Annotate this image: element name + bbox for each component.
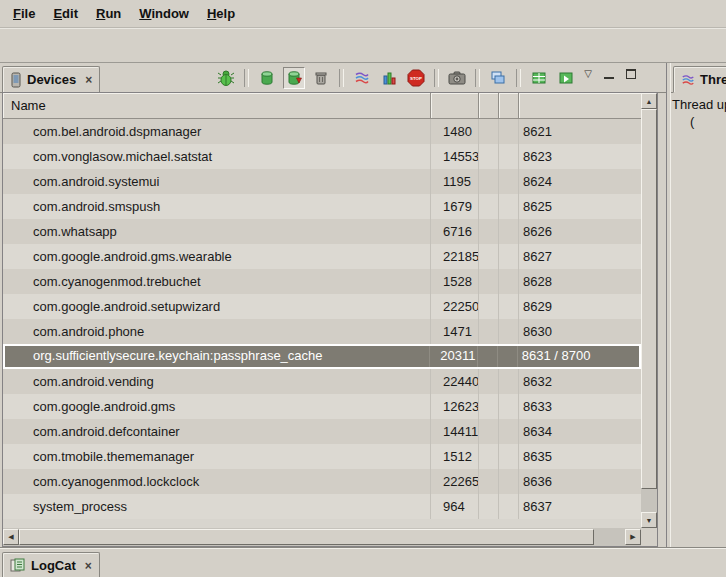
cell-port: 8629 xyxy=(519,294,641,319)
cell-pid: 12623 xyxy=(431,394,479,419)
cell-col4 xyxy=(499,294,519,319)
scroll-down-icon[interactable]: ▼ xyxy=(641,512,657,528)
devices-view: Devices × xyxy=(0,63,666,547)
column-header-name[interactable]: Name xyxy=(3,93,431,118)
cell-col4 xyxy=(498,346,518,367)
cell-name: com.google.android.gms xyxy=(3,394,431,419)
menu-item-help[interactable]: Help xyxy=(198,3,244,24)
cell-col3 xyxy=(479,244,499,269)
cell-col3 xyxy=(479,219,499,244)
tab-devices-label: Devices xyxy=(27,72,76,87)
scroll-up-icon[interactable]: ▲ xyxy=(641,93,657,109)
view-menu-icon[interactable]: ▽ xyxy=(584,69,592,79)
threads-tabbar: Threa xyxy=(671,63,726,93)
column-header-3[interactable] xyxy=(479,93,499,118)
table-row[interactable]: com.google.android.gms 12623 8633 xyxy=(3,394,641,419)
cell-pid: 14553 xyxy=(431,144,479,169)
table-row[interactable]: org.sufficientlysecure.keychain:passphra… xyxy=(3,344,641,369)
cell-col4 xyxy=(499,319,519,344)
cell-col3 xyxy=(479,319,499,344)
close-icon[interactable]: × xyxy=(85,74,92,86)
cell-port: 8623 xyxy=(519,144,641,169)
menu-item-file[interactable]: File xyxy=(4,3,44,24)
stop-process-icon[interactable]: STOP xyxy=(405,67,427,89)
table-row[interactable]: com.tmobile.thememanager 1512 8635 xyxy=(3,444,641,469)
tab-logcat[interactable]: LogCat × xyxy=(2,552,100,577)
vertical-scrollbar[interactable]: ▲ ▼ xyxy=(641,93,657,528)
toolbar-separator xyxy=(434,69,439,87)
cell-col3 xyxy=(479,419,499,444)
cell-port: 8635 xyxy=(519,444,641,469)
threads-icon xyxy=(681,73,695,87)
tab-devices[interactable]: Devices × xyxy=(2,66,100,93)
cell-pid: 1512 xyxy=(431,444,479,469)
table-row[interactable]: com.google.android.gms.wearable 22185 86… xyxy=(3,244,641,269)
cell-pid: 964 xyxy=(431,494,479,519)
dump-hprof-icon[interactable] xyxy=(283,67,305,89)
cell-name: com.tmobile.thememanager xyxy=(3,444,431,469)
device-table-body: com.bel.android.dspmanager 1480 8621 com… xyxy=(3,119,641,519)
cell-name: com.android.vending xyxy=(3,369,431,394)
maximize-icon[interactable] xyxy=(626,69,636,79)
table-row[interactable]: com.google.android.setupwizard 22250 862… xyxy=(3,294,641,319)
column-header-pid[interactable] xyxy=(431,93,479,118)
table-row[interactable]: com.vonglasow.michael.satstat 14553 8623 xyxy=(3,144,641,169)
cell-col3 xyxy=(478,346,498,367)
update-heap-icon[interactable] xyxy=(256,67,278,89)
table-row[interactable]: com.bel.android.dspmanager 1480 8621 xyxy=(3,119,641,144)
vertical-scroll-thumb[interactable] xyxy=(641,109,657,489)
cell-col4 xyxy=(499,144,519,169)
minimize-icon[interactable] xyxy=(604,70,614,79)
cell-col3 xyxy=(479,119,499,144)
update-threads-icon[interactable] xyxy=(351,67,373,89)
tab-threads[interactable]: Threa xyxy=(673,66,726,93)
menu-item-run[interactable]: Run xyxy=(87,3,130,24)
toolbar-separator xyxy=(339,69,344,87)
menu-item-edit[interactable]: Edit xyxy=(44,3,87,24)
table-row[interactable]: com.android.phone 1471 8630 xyxy=(3,319,641,344)
cell-name: com.cyanogenmod.lockclock xyxy=(3,469,431,494)
column-header-port[interactable] xyxy=(519,93,641,118)
table-row[interactable]: com.android.defcontainer 14411 8634 xyxy=(3,419,641,444)
cause-gc-icon[interactable] xyxy=(310,67,332,89)
close-icon[interactable]: × xyxy=(85,560,92,572)
toolbar-separator xyxy=(244,69,249,87)
scrollbar-corner xyxy=(641,528,657,546)
table-row[interactable]: com.whatsapp 6716 8626 xyxy=(3,219,641,244)
table-row[interactable]: com.cyanogenmod.trebuchet 1528 8628 xyxy=(3,269,641,294)
scroll-right-icon[interactable]: ▶ xyxy=(625,529,641,545)
table-row[interactable]: system_process 964 8637 xyxy=(3,494,641,519)
cell-port: 8630 xyxy=(519,319,641,344)
ddms-window: File Edit Run Window Help Devices × xyxy=(0,0,726,577)
cell-name: com.vonglasow.michael.satstat xyxy=(3,144,431,169)
cell-col3 xyxy=(479,494,499,519)
scroll-left-icon[interactable]: ◀ xyxy=(3,529,19,545)
start-opengl-trace-icon[interactable] xyxy=(555,67,577,89)
cell-col3 xyxy=(479,144,499,169)
table-row[interactable]: com.android.systemui 1195 8624 xyxy=(3,169,641,194)
cell-col4 xyxy=(499,169,519,194)
cell-col4 xyxy=(499,269,519,294)
screen-capture-icon[interactable] xyxy=(446,67,468,89)
horizontal-scrollbar[interactable]: ◀ ▶ xyxy=(3,528,641,546)
device-table-header: Name xyxy=(3,93,641,119)
horizontal-scroll-thumb[interactable] xyxy=(19,529,594,545)
column-header-4[interactable] xyxy=(499,93,519,118)
cell-port: 8633 xyxy=(519,394,641,419)
cell-col3 xyxy=(479,394,499,419)
start-method-profiling-icon[interactable] xyxy=(378,67,400,89)
table-row[interactable]: com.android.vending 22440 8632 xyxy=(3,369,641,394)
cell-pid: 22265 xyxy=(431,469,479,494)
cell-pid: 1471 xyxy=(431,319,479,344)
cell-name: system_process xyxy=(3,494,431,519)
capture-systrace-icon[interactable] xyxy=(528,67,550,89)
debug-icon[interactable] xyxy=(215,67,237,89)
table-row[interactable]: com.cyanogenmod.lockclock 22265 8636 xyxy=(3,469,641,494)
dump-view-hierarchy-icon[interactable] xyxy=(487,67,509,89)
cell-port: 8627 xyxy=(519,244,641,269)
menu-item-window[interactable]: Window xyxy=(130,3,198,24)
cell-pid: 6716 xyxy=(431,219,479,244)
cell-col3 xyxy=(479,444,499,469)
table-row[interactable]: com.android.smspush 1679 8625 xyxy=(3,194,641,219)
cell-pid: 22250 xyxy=(431,294,479,319)
